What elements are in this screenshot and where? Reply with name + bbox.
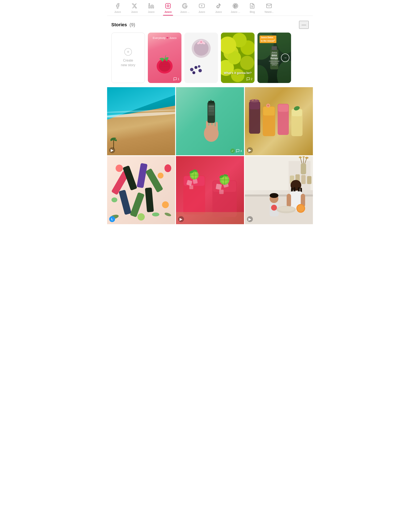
svg-rect-105 [301,175,306,184]
svg-marker-4 [201,5,203,7]
post-bottles[interactable]: L [107,156,175,224]
story-card-detox[interactable]: Jusco Detoxto the rescue® [257,33,291,83]
svg-point-75 [164,212,171,217]
stories-header: Stories (9) — [111,21,309,29]
tiktok-icon [216,3,222,10]
nav-google[interactable]: Jusco ... [176,0,193,16]
posts-grid: ▶ [107,86,313,225]
svg-point-111 [299,156,302,158]
svg-rect-89 [216,184,222,190]
svg-rect-0 [149,5,150,8]
detox-arrow-button[interactable]: → [281,53,289,62]
story-lemon-comments: 2 [246,77,252,81]
stories-count: (9) [129,22,135,27]
svg-rect-64 [119,190,131,215]
svg-point-113 [305,157,309,159]
create-story-card[interactable]: + Createnew story [111,33,145,83]
twitter-icon [131,3,137,10]
svg-rect-47 [249,102,260,109]
nav-newsletter-label: Newsl... [265,10,274,13]
svg-point-123 [270,193,278,198]
stories-section: Stories (9) — + Createnew story Everybod… [107,16,313,86]
nav-blog-label: Blog [250,10,255,13]
svg-rect-35 [206,121,208,136]
svg-point-21 [198,65,200,68]
glasses-decoration [245,87,313,155]
svg-point-112 [302,156,305,157]
svg-rect-38 [215,122,218,136]
red-drinks-image [176,156,244,224]
nav-blog[interactable]: Blog [244,0,261,16]
nav-youtube-label: Jusco [198,10,205,13]
svg-point-19 [198,69,202,72]
instagram-icon [165,3,171,10]
play-button-kitchen[interactable]: ▶ [247,216,253,222]
detox-tag: Jusco Detoxto the rescue® [260,35,276,43]
user-badge: L [109,216,115,222]
svg-rect-107 [301,164,306,175]
bottles-decoration [107,156,175,224]
post-red-drinks[interactable]: ▶ [176,156,244,224]
facebook-icon [115,3,120,10]
red-drinks-decoration [176,156,244,224]
nav-linkedin-label: Jusco [148,10,154,13]
svg-line-109 [303,157,304,163]
top-nav: Jusco Jusco Jusco Jusco [107,0,313,16]
nav-instagram[interactable]: Jusco [160,0,176,16]
nav-pinterest[interactable]: Jusco ... [227,0,244,16]
svg-point-59 [255,99,257,100]
blog-icon [249,3,255,10]
story-comments-badge: 1 [173,77,179,81]
play-button-smoothies[interactable]: ▶ [247,147,253,153]
nav-facebook-label: Jusco [114,10,121,13]
svg-point-14 [200,41,202,43]
linkedin-icon [148,3,154,10]
svg-point-57 [249,99,259,102]
post-kitchen[interactable]: ▶ [245,156,313,224]
svg-point-72 [164,164,171,172]
nav-twitter[interactable]: Jusco [126,0,143,16]
story-card-lemon[interactable]: What's it gonna be? 2 [221,33,255,83]
svg-rect-80 [189,185,193,189]
create-plus-icon: + [124,48,132,56]
beach-image [107,87,175,155]
svg-rect-98 [176,212,244,224]
nav-linkedin[interactable]: Jusco [143,0,160,16]
play-button-drinks[interactable]: ▶ [178,216,184,222]
svg-rect-120 [287,194,291,207]
kitchen-image [245,156,313,224]
svg-rect-2 [165,3,170,8]
svg-point-17 [190,68,193,71]
stories-title: Stories (9) [111,22,135,27]
svg-point-18 [195,66,197,69]
nav-instagram-label: Jusco [164,10,172,13]
detox-bottle-text: Jusco detoxtherapy FRESH BLENDSPINACH & … [269,51,280,66]
svg-point-129 [271,205,277,210]
post-beach[interactable]: ▶ [107,87,175,155]
post-bottle-hand[interactable]: ✓ 4 [176,87,244,155]
nav-facebook[interactable]: Jusco [109,0,126,16]
smoothie-cup-decoration [191,38,212,59]
story-card-strawberry[interactable]: Everybody ❤ Jusco 1 [148,33,181,83]
nav-google-label: Jusco ... [180,10,190,13]
svg-point-70 [111,198,117,202]
collapse-stories-button[interactable]: — [299,21,309,29]
svg-point-71 [152,212,159,216]
pinterest-icon [232,3,238,10]
svg-point-20 [192,71,195,74]
nav-newsletter[interactable]: Newsl... [261,0,277,16]
svg-point-68 [158,173,163,179]
svg-point-56 [267,105,269,106]
post-smoothies[interactable]: ▶ [245,87,313,155]
nav-tiktok[interactable]: Jusco [210,0,227,16]
story-card-smoothie[interactable] [184,33,218,83]
svg-rect-23 [272,46,277,50]
svg-rect-62 [137,163,148,188]
lemon-circles [221,33,255,83]
svg-rect-106 [307,176,311,184]
svg-rect-79 [193,179,197,184]
nav-pinterest-label: Jusco ... [231,10,240,13]
svg-point-126 [278,207,295,211]
nav-youtube[interactable]: Jusco [193,0,210,16]
play-button[interactable]: ▶ [109,147,115,153]
